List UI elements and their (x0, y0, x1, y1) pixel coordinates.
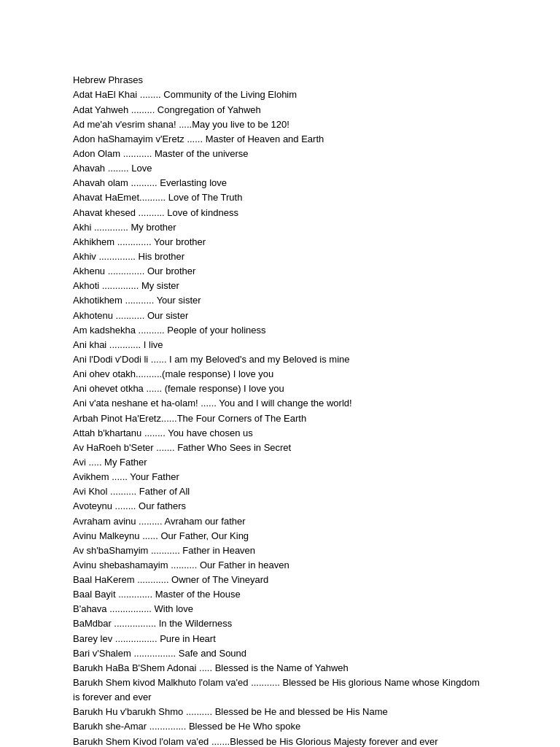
phrase-line: Ani l'Dodi v'Dodi li ...... I am my Belo… (73, 352, 487, 367)
phrase-line: Arbah Pinot Ha'Eretz......The Four Corne… (73, 411, 487, 426)
phrase-line: Barukh Hu v'barukh Shmo .......... Bless… (73, 705, 487, 719)
phrase-line: Ani ohev otakh..........(male response) … (73, 367, 487, 382)
phrase-line: Avraham avinu ......... Avraham our fath… (73, 514, 487, 529)
phrase-line: Akhenu .............. Our brother (73, 264, 487, 279)
phrase-line: Barukh HaBa B'Shem Adonai ..... Blessed … (73, 661, 487, 676)
phrase-line: Adon Olam ........... Master of the univ… (73, 147, 487, 161)
phrase-line: Adon haShamayim v'Eretz ...... Master of… (73, 132, 487, 147)
phrase-line: Ahavat khesed .......... Love of kindnes… (73, 206, 487, 220)
phrase-line: Avi Khol .......... Father of All (73, 484, 487, 499)
phrase-line: Avinu shebashamayim .......... Our Fathe… (73, 558, 487, 573)
phrase-line: Av HaRoeh b'Seter ....... Father Who See… (73, 441, 487, 455)
phrase-line: Adat HaEl Khai ........ Community of the… (73, 88, 487, 102)
section-title: Hebrew Phrases (73, 73, 487, 88)
phrase-line: Akhi ............. My brother (73, 220, 487, 235)
phrase-line: Akhikhem ............. Your brother (73, 235, 487, 249)
phrase-line: Ad me'ah v'esrim shana! .....May you liv… (73, 117, 487, 132)
phrase-line: Avikhem ...... Your Father (73, 470, 487, 484)
phrase-line: Ani ohevet otkha ...... (female response… (73, 382, 487, 396)
phrase-line: Adat Yahweh ......... Congregation of Ya… (73, 103, 487, 117)
phrase-line: Avi ..... My Father (73, 455, 487, 470)
phrase-line: Barukh Shem Kivod l'olam va'ed .......Bl… (73, 735, 487, 747)
phrase-line: Attah b'khartanu ........ You have chose… (73, 426, 487, 441)
phrase-line: Akhoti .............. My sister (73, 279, 487, 293)
hebrew-phrases-content: Hebrew PhrasesAdat HaEl Khai ........ Co… (73, 44, 487, 747)
phrase-line: Barey lev ................ Pure in Heart (73, 632, 487, 646)
phrase-line: Avinu Malkeynu ...... Our Father, Our Ki… (73, 529, 487, 543)
phrase-line: Akhiv .............. His brother (73, 249, 487, 264)
phrase-line: Ahavah ........ Love (73, 161, 487, 176)
phrase-line: Am kadshekha .......... People of your h… (73, 323, 487, 338)
phrase-line: BaMdbar ................ In the Wilderne… (73, 616, 487, 631)
phrase-line: Ahavah olam .......... Everlasting love (73, 176, 487, 190)
phrase-line: Barukh she-Amar .............. Blessed b… (73, 719, 487, 734)
phrase-line: Baal HaKerem ............ Owner of The V… (73, 573, 487, 587)
phrase-line: B'ahava ................ With love (73, 602, 487, 616)
phrase-line: Baal Bayit ............. Master of the H… (73, 587, 487, 602)
phrase-line: Akhotikhem ........... Your sister (73, 293, 487, 308)
phrase-line: Ani khai ............ I live (73, 338, 487, 352)
phrase-line: Av sh'baShamyim ........... Father in He… (73, 543, 487, 558)
phrase-line: Avoteynu ........ Our fathers (73, 499, 487, 514)
phrase-line: Bari v'Shalem ................ Safe and … (73, 646, 487, 661)
phrase-line: Barukh Shem kivod Malkhuto l'olam va'ed … (73, 676, 487, 705)
phrase-line: Akhotenu ........... Our sister (73, 309, 487, 323)
phrase-line: Ani v'ata neshane et ha-olam! ...... You… (73, 396, 487, 411)
phrase-line: Ahavat HaEmet.......... Love of The Trut… (73, 190, 487, 205)
